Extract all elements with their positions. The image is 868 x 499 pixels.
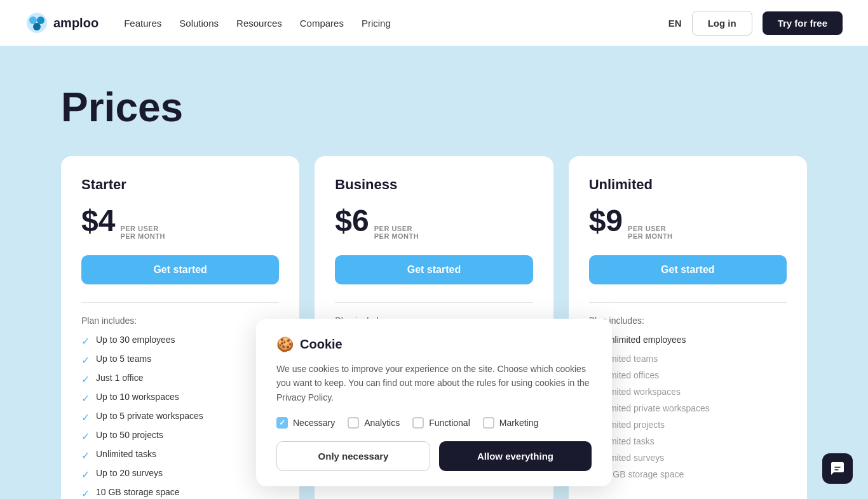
unlimited-divider <box>589 302 787 303</box>
business-per-month: PER MONTH <box>374 232 419 240</box>
starter-per-month: PER MONTH <box>120 232 165 240</box>
nav-right: EN Log in Try for free <box>668 11 843 36</box>
unlimited-title: Unlimited <box>589 176 787 193</box>
chat-icon <box>830 461 845 476</box>
svg-point-3 <box>33 23 41 30</box>
svg-point-1 <box>29 17 37 24</box>
check-icon: ✓ <box>81 354 90 366</box>
marketing-checkbox[interactable] <box>483 417 494 429</box>
cookie-icon: 🍪 <box>276 336 294 353</box>
functional-label: Functional <box>429 418 470 428</box>
starter-plan-includes: Plan includes: <box>81 316 279 326</box>
starter-cta[interactable]: Get started <box>81 255 279 284</box>
login-button[interactable]: Log in <box>692 11 752 36</box>
check-icon: ✓ <box>81 449 90 462</box>
logo-text: amploo <box>53 16 98 30</box>
unlimited-per-user: PER USER <box>628 225 673 232</box>
list-item: ✓Unlimited employees <box>589 335 787 347</box>
starter-features: ✓Up to 30 employees ✓Up to 5 teams ✓Just… <box>81 335 279 499</box>
cookie-options: Necessary Analytics Functional Marketing <box>276 417 592 429</box>
list-item: limited workspaces <box>589 387 787 397</box>
list-item: ✓Up to 30 employees <box>81 335 279 347</box>
check-icon: ✓ <box>81 335 90 347</box>
list-item: limited teams <box>589 354 787 364</box>
unlimited-cta[interactable]: Get started <box>589 255 787 284</box>
necessary-label: Necessary <box>293 418 335 428</box>
list-item: ✓Up to 20 surveys <box>81 468 279 481</box>
starter-per-user: PER USER <box>120 225 165 232</box>
starter-title: Starter <box>81 176 279 193</box>
starter-price-meta: PER USER PER MONTH <box>120 225 165 240</box>
page-title: Prices <box>61 84 807 131</box>
list-item: limited offices <box>589 370 787 380</box>
business-per-user: PER USER <box>374 225 419 232</box>
list-item: ✓Up to 5 private workspaces <box>81 411 279 423</box>
list-item: ✓Up to 10 workspaces <box>81 392 279 404</box>
list-item: ✓Just 1 office <box>81 373 279 385</box>
list-item: ✓10 GB storage space <box>81 487 279 499</box>
list-item: ✓Unlimited tasks <box>81 449 279 462</box>
logo[interactable]: amploo <box>25 11 98 34</box>
check-icon: ✓ <box>81 488 90 499</box>
business-price-meta: PER USER PER MONTH <box>374 225 419 240</box>
functional-checkbox[interactable] <box>412 417 424 429</box>
check-icon: ✓ <box>81 430 90 442</box>
check-icon: ✓ <box>81 373 90 385</box>
try-for-free-button[interactable]: Try for free <box>763 11 843 35</box>
list-item: limited projects <box>589 420 787 430</box>
unlimited-plan-includes: Plan includes: <box>589 316 787 326</box>
analytics-label: Analytics <box>364 418 400 428</box>
check-icon: ✓ <box>81 392 90 404</box>
list-item: ✓Up to 5 teams <box>81 354 279 366</box>
starter-divider <box>81 302 279 303</box>
language-button[interactable]: EN <box>668 18 682 29</box>
analytics-checkbox[interactable] <box>348 417 359 429</box>
cookie-buttons: Only necessary Allow everything <box>276 441 592 471</box>
starter-price-row: $4 PER USER PER MONTH <box>81 203 279 240</box>
marketing-label: Marketing <box>499 418 538 428</box>
nav-resources[interactable]: Resources <box>236 18 282 29</box>
nav-compares[interactable]: Compares <box>300 18 344 29</box>
nav-features[interactable]: Features <box>124 18 161 29</box>
navigation: amploo Features Solutions Resources Comp… <box>0 0 868 46</box>
unlimited-price-meta: PER USER PER MONTH <box>628 225 673 240</box>
cookie-header: 🍪 Cookie <box>276 336 592 353</box>
list-item: limited private workspaces <box>589 403 787 413</box>
allow-everything-button[interactable]: Allow everything <box>439 441 592 471</box>
necessary-checkbox <box>276 417 288 429</box>
unlimited-price: $9 <box>589 203 623 238</box>
logo-icon <box>25 11 48 34</box>
unlimited-per-month: PER MONTH <box>628 232 673 240</box>
svg-point-2 <box>37 17 44 24</box>
cookie-option-analytics[interactable]: Analytics <box>348 417 400 429</box>
chat-button[interactable] <box>822 453 853 484</box>
cookie-banner: 🍪 Cookie We use cookies to improve your … <box>256 319 612 486</box>
business-divider <box>335 302 532 303</box>
business-title: Business <box>335 176 532 193</box>
business-price: $6 <box>335 203 369 238</box>
business-price-row: $6 PER USER PER MONTH <box>335 203 532 240</box>
nav-pricing[interactable]: Pricing <box>362 18 391 29</box>
list-item: limited tasks <box>589 436 787 446</box>
cookie-option-marketing[interactable]: Marketing <box>483 417 538 429</box>
cookie-description: We use cookies to improve your experienc… <box>276 362 592 404</box>
cookie-title: Cookie <box>300 337 342 352</box>
only-necessary-button[interactable]: Only necessary <box>276 441 430 471</box>
list-item: limited surveys <box>589 453 787 463</box>
nav-links: Features Solutions Resources Compares Pr… <box>124 18 668 29</box>
nav-solutions[interactable]: Solutions <box>179 18 219 29</box>
starter-price: $4 <box>81 203 115 238</box>
cookie-option-functional[interactable]: Functional <box>412 417 470 429</box>
list-item: ✓Up to 50 projects <box>81 430 279 442</box>
cookie-option-necessary[interactable]: Necessary <box>276 417 335 429</box>
unlimited-price-row: $9 PER USER PER MONTH <box>589 203 787 240</box>
list-item: 0 GB storage space <box>589 469 787 479</box>
business-cta[interactable]: Get started <box>335 255 532 284</box>
unlimited-features: ✓Unlimited employees limited teams limit… <box>589 335 787 479</box>
check-icon: ✓ <box>81 411 90 423</box>
check-icon: ✓ <box>81 469 90 481</box>
